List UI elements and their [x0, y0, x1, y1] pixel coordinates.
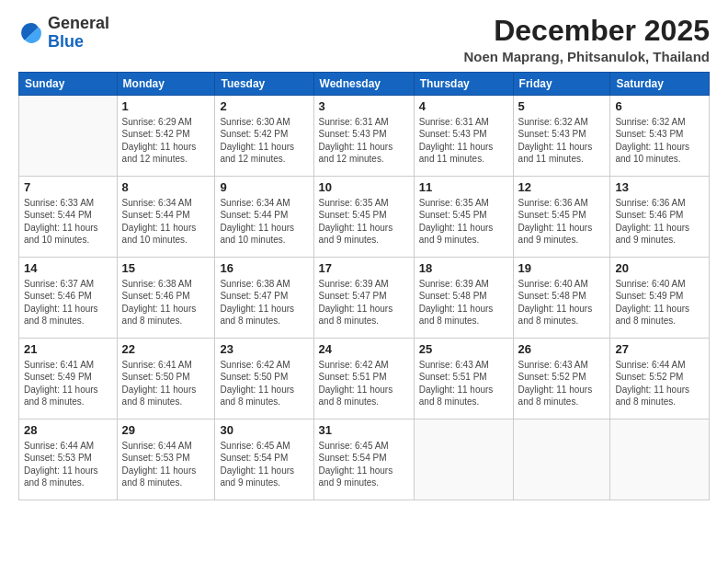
day-info: Sunrise: 6:35 AMSunset: 5:45 PMDaylight:… — [419, 198, 494, 246]
col-sunday: Sunday — [19, 73, 118, 96]
calendar-cell: 23Sunrise: 6:42 AMSunset: 5:50 PMDayligh… — [215, 339, 313, 419]
calendar-cell: 31Sunrise: 6:45 AMSunset: 5:54 PMDayligh… — [313, 419, 414, 500]
day-number: 21 — [24, 341, 112, 358]
title-block: December 2025 Noen Maprang, Phitsanulok,… — [463, 15, 710, 64]
day-number: 3 — [319, 98, 409, 115]
day-info: Sunrise: 6:44 AMSunset: 5:52 PMDaylight:… — [615, 360, 689, 408]
calendar-week-3: 14Sunrise: 6:37 AMSunset: 5:46 PMDayligh… — [19, 258, 710, 339]
calendar-cell: 1Sunrise: 6:29 AMSunset: 5:42 PMDaylight… — [117, 96, 215, 177]
calendar-cell: 21Sunrise: 6:41 AMSunset: 5:49 PMDayligh… — [19, 339, 118, 419]
calendar-cell — [610, 419, 710, 500]
day-info: Sunrise: 6:32 AMSunset: 5:43 PMDaylight:… — [615, 117, 689, 165]
page-container: General Blue December 2025 Noen Maprang,… — [0, 0, 728, 510]
day-info: Sunrise: 6:34 AMSunset: 5:44 PMDaylight:… — [122, 198, 197, 246]
calendar-cell: 18Sunrise: 6:39 AMSunset: 5:48 PMDayligh… — [414, 258, 513, 339]
calendar-week-2: 7Sunrise: 6:33 AMSunset: 5:44 PMDaylight… — [19, 177, 710, 258]
day-number: 5 — [518, 98, 606, 115]
day-info: Sunrise: 6:42 AMSunset: 5:50 PMDaylight:… — [220, 360, 294, 408]
day-info: Sunrise: 6:31 AMSunset: 5:43 PMDaylight:… — [319, 117, 393, 165]
day-info: Sunrise: 6:31 AMSunset: 5:43 PMDaylight:… — [419, 117, 494, 165]
calendar-cell: 13Sunrise: 6:36 AMSunset: 5:46 PMDayligh… — [610, 177, 710, 258]
col-friday: Friday — [513, 73, 610, 96]
calendar-cell: 17Sunrise: 6:39 AMSunset: 5:47 PMDayligh… — [313, 258, 414, 339]
day-info: Sunrise: 6:36 AMSunset: 5:46 PMDaylight:… — [615, 198, 689, 246]
logo: General Blue — [18, 15, 109, 52]
calendar-cell: 24Sunrise: 6:42 AMSunset: 5:51 PMDayligh… — [313, 339, 414, 419]
calendar-cell — [513, 419, 610, 500]
col-monday: Monday — [117, 73, 215, 96]
calendar-week-1: 1Sunrise: 6:29 AMSunset: 5:42 PMDaylight… — [19, 96, 710, 177]
day-number: 22 — [122, 341, 210, 358]
calendar-cell: 6Sunrise: 6:32 AMSunset: 5:43 PMDaylight… — [610, 96, 710, 177]
calendar-cell: 12Sunrise: 6:36 AMSunset: 5:45 PMDayligh… — [513, 177, 610, 258]
day-number: 26 — [518, 341, 606, 358]
day-info: Sunrise: 6:41 AMSunset: 5:50 PMDaylight:… — [122, 360, 197, 408]
calendar-cell: 26Sunrise: 6:43 AMSunset: 5:52 PMDayligh… — [513, 339, 610, 419]
day-info: Sunrise: 6:45 AMSunset: 5:54 PMDaylight:… — [319, 441, 393, 488]
day-number: 24 — [319, 341, 409, 358]
day-number: 14 — [24, 260, 112, 277]
day-number: 17 — [319, 260, 409, 277]
day-info: Sunrise: 6:38 AMSunset: 5:46 PMDaylight:… — [122, 279, 197, 327]
day-info: Sunrise: 6:40 AMSunset: 5:48 PMDaylight:… — [518, 279, 593, 327]
day-info: Sunrise: 6:35 AMSunset: 5:45 PMDaylight:… — [319, 198, 393, 246]
calendar-cell: 3Sunrise: 6:31 AMSunset: 5:43 PMDaylight… — [313, 96, 414, 177]
day-number: 16 — [220, 260, 308, 277]
calendar-cell: 10Sunrise: 6:35 AMSunset: 5:45 PMDayligh… — [313, 177, 414, 258]
logo-text: General Blue — [48, 15, 109, 52]
calendar-cell: 19Sunrise: 6:40 AMSunset: 5:48 PMDayligh… — [513, 258, 610, 339]
day-number: 4 — [419, 98, 508, 115]
calendar-week-5: 28Sunrise: 6:44 AMSunset: 5:53 PMDayligh… — [19, 419, 710, 500]
day-info: Sunrise: 6:43 AMSunset: 5:52 PMDaylight:… — [518, 360, 593, 408]
calendar-cell: 7Sunrise: 6:33 AMSunset: 5:44 PMDaylight… — [19, 177, 118, 258]
day-number: 10 — [319, 179, 409, 196]
col-saturday: Saturday — [610, 73, 710, 96]
day-info: Sunrise: 6:29 AMSunset: 5:42 PMDaylight:… — [122, 117, 197, 165]
logo-icon — [18, 20, 44, 46]
day-info: Sunrise: 6:37 AMSunset: 5:46 PMDaylight:… — [24, 279, 98, 327]
day-number: 7 — [24, 179, 112, 196]
location-title: Noen Maprang, Phitsanulok, Thailand — [463, 49, 710, 64]
header-row: General Blue December 2025 Noen Maprang,… — [18, 15, 710, 64]
calendar-cell: 28Sunrise: 6:44 AMSunset: 5:53 PMDayligh… — [19, 419, 118, 500]
day-info: Sunrise: 6:40 AMSunset: 5:49 PMDaylight:… — [615, 279, 689, 327]
day-number: 6 — [615, 98, 704, 115]
day-info: Sunrise: 6:42 AMSunset: 5:51 PMDaylight:… — [319, 360, 393, 408]
day-number: 30 — [220, 422, 308, 439]
day-number: 13 — [615, 179, 704, 196]
day-info: Sunrise: 6:38 AMSunset: 5:47 PMDaylight:… — [220, 279, 294, 327]
day-number: 23 — [220, 341, 308, 358]
calendar-header-row: Sunday Monday Tuesday Wednesday Thursday… — [19, 73, 710, 96]
day-info: Sunrise: 6:45 AMSunset: 5:54 PMDaylight:… — [220, 441, 294, 488]
calendar-cell: 4Sunrise: 6:31 AMSunset: 5:43 PMDaylight… — [414, 96, 513, 177]
calendar-cell: 15Sunrise: 6:38 AMSunset: 5:46 PMDayligh… — [117, 258, 215, 339]
day-number: 18 — [419, 260, 508, 277]
logo-general: General — [48, 15, 109, 33]
month-title: December 2025 — [463, 15, 710, 47]
day-info: Sunrise: 6:36 AMSunset: 5:45 PMDaylight:… — [518, 198, 593, 246]
calendar-cell: 29Sunrise: 6:44 AMSunset: 5:53 PMDayligh… — [117, 419, 215, 500]
day-info: Sunrise: 6:44 AMSunset: 5:53 PMDaylight:… — [24, 441, 98, 488]
calendar-cell: 14Sunrise: 6:37 AMSunset: 5:46 PMDayligh… — [19, 258, 118, 339]
day-number: 15 — [122, 260, 210, 277]
day-number: 27 — [615, 341, 704, 358]
day-number: 8 — [122, 179, 210, 196]
col-wednesday: Wednesday — [313, 73, 414, 96]
day-number: 9 — [220, 179, 308, 196]
calendar-cell: 22Sunrise: 6:41 AMSunset: 5:50 PMDayligh… — [117, 339, 215, 419]
col-tuesday: Tuesday — [215, 73, 313, 96]
calendar-cell: 16Sunrise: 6:38 AMSunset: 5:47 PMDayligh… — [215, 258, 313, 339]
calendar-cell: 27Sunrise: 6:44 AMSunset: 5:52 PMDayligh… — [610, 339, 710, 419]
calendar-cell: 8Sunrise: 6:34 AMSunset: 5:44 PMDaylight… — [117, 177, 215, 258]
day-number: 1 — [122, 98, 210, 115]
calendar-cell: 9Sunrise: 6:34 AMSunset: 5:44 PMDaylight… — [215, 177, 313, 258]
day-number: 2 — [220, 98, 308, 115]
calendar-week-4: 21Sunrise: 6:41 AMSunset: 5:49 PMDayligh… — [19, 339, 710, 419]
day-info: Sunrise: 6:33 AMSunset: 5:44 PMDaylight:… — [24, 198, 98, 246]
day-info: Sunrise: 6:34 AMSunset: 5:44 PMDaylight:… — [220, 198, 294, 246]
day-number: 31 — [319, 422, 409, 439]
day-info: Sunrise: 6:43 AMSunset: 5:51 PMDaylight:… — [419, 360, 494, 408]
logo-blue: Blue — [48, 33, 109, 52]
day-number: 20 — [615, 260, 704, 277]
calendar-cell — [19, 96, 118, 177]
